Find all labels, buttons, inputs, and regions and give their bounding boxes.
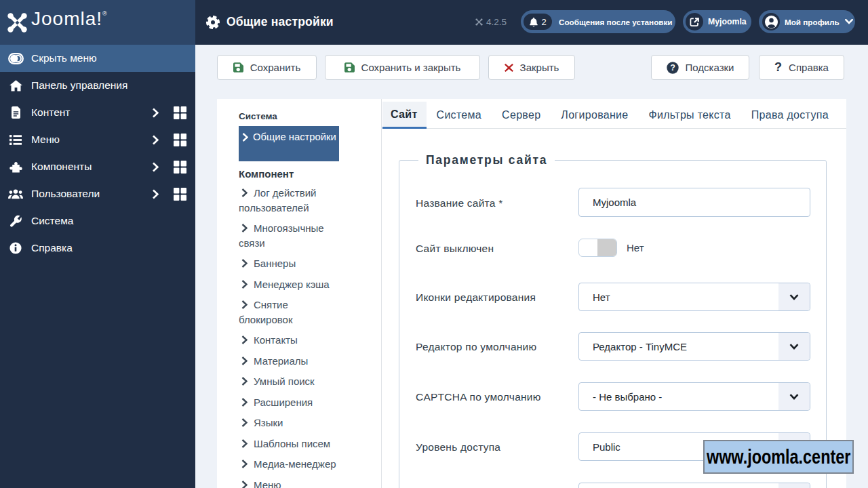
svg-text:?: ? <box>670 63 675 73</box>
